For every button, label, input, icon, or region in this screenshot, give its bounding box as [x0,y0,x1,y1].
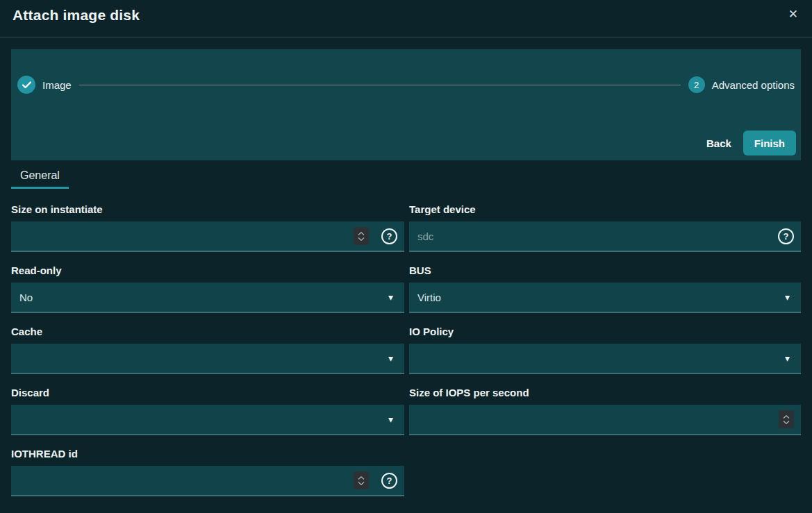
cache-select[interactable]: ▾ [11,344,404,374]
back-button[interactable]: Back [698,132,740,155]
form-group-read-only: Read-only No ▾ [11,264,404,313]
form-group-size-on-instantiate: Size on instantiate ? [11,203,404,252]
form-group-target-device: Target device ? [409,203,801,252]
form-group-discard: Discard ▾ [11,387,404,435]
number-stepper[interactable] [354,471,369,489]
form-group-io-policy: IO Policy ▾ [409,326,801,374]
number-stepper[interactable] [354,227,369,245]
general-form: Size on instantiate ? Target device ? Re… [11,203,801,496]
chevron-up-icon [783,415,790,419]
iothread-id-field: ? [11,466,404,496]
chevron-down-icon [783,421,790,424]
field-label: IOTHREAD id [11,448,404,460]
chevron-down-icon: ▾ [388,353,393,363]
chevron-down-icon: ▾ [388,292,393,302]
help-icon[interactable]: ? [778,228,794,244]
discard-select[interactable]: ▾ [11,405,404,435]
chevron-up-icon [358,476,365,480]
chevron-down-icon: ▾ [388,414,393,424]
chevron-down-icon: ▾ [785,292,790,302]
chevron-down-icon [358,237,365,241]
field-label: Size on instantiate [11,203,404,215]
field-label: Target device [409,203,801,215]
field-label: Size of IOPS per second [409,387,801,398]
chevron-down-icon [358,482,365,485]
form-group-cache: Cache ▾ [11,326,404,374]
field-label: Discard [11,387,404,398]
target-device-input[interactable] [417,230,765,242]
iops-size-field [409,405,801,435]
target-device-field: ? [409,221,801,252]
dialog-title: Attach image disk [13,7,140,24]
field-label: IO Policy [409,326,801,337]
field-label: Read-only [11,264,404,276]
select-value: Virtio [417,292,785,303]
io-policy-select[interactable]: ▾ [409,344,801,374]
close-icon[interactable]: ✕ [787,7,799,22]
number-stepper[interactable] [779,410,794,428]
bus-select[interactable]: Virtio ▾ [409,283,801,313]
chevron-down-icon: ▾ [785,353,790,363]
finish-button[interactable]: Finish [743,131,796,155]
wizard-panel: Image 2 Advanced options Back Finish [11,49,801,160]
help-icon[interactable]: ? [381,473,397,489]
field-label: Cache [11,326,404,337]
wizard-actions: Back Finish [11,131,801,155]
dialog-header: Attach image disk ✕ [0,0,812,37]
form-group-iothread-id: IOTHREAD id ? [11,448,404,496]
chevron-up-icon [358,232,365,235]
step-image-complete[interactable] [17,76,35,94]
iops-size-input[interactable] [417,414,779,426]
read-only-select[interactable]: No ▾ [11,283,404,313]
step-connector-line [79,85,681,85]
size-on-instantiate-field: ? [11,221,404,252]
help-icon[interactable]: ? [381,228,397,244]
step-advanced-label: Advanced options [712,79,795,91]
select-value: No [19,292,388,303]
iothread-id-input[interactable] [19,475,354,487]
step-image-label: Image [42,79,72,91]
form-group-iops-size: Size of IOPS per second [409,387,801,435]
wizard-steps: Image 2 Advanced options [11,49,801,94]
field-label: BUS [409,264,801,276]
tab-general[interactable]: General [11,165,69,189]
size-on-instantiate-input[interactable] [19,230,354,242]
form-group-bus: BUS Virtio ▾ [409,264,801,313]
tab-bar: General [11,165,801,189]
check-icon [22,81,31,89]
step-advanced-number[interactable]: 2 [688,76,705,93]
